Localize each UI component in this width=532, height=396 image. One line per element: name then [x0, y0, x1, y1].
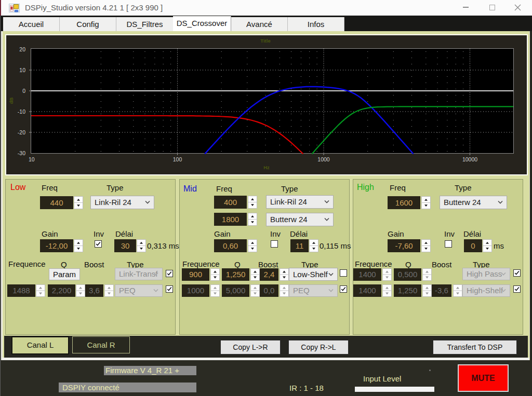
- svg-text:1000: 1000: [317, 156, 330, 162]
- svg-text:10: 10: [29, 156, 35, 162]
- svg-text:10000: 10000: [462, 156, 477, 162]
- svg-text:0: 0: [22, 88, 25, 94]
- svg-text:-30: -30: [18, 150, 25, 156]
- svg-text:20: 20: [19, 46, 25, 52]
- svg-text:100: 100: [173, 156, 182, 162]
- svg-text:-10: -10: [18, 108, 25, 115]
- svg-text:dB: dB: [8, 98, 14, 104]
- svg-text:Title: Title: [260, 38, 270, 44]
- svg-text:10: 10: [19, 67, 25, 73]
- svg-text:-20: -20: [18, 129, 25, 135]
- svg-text:Hz: Hz: [263, 165, 270, 170]
